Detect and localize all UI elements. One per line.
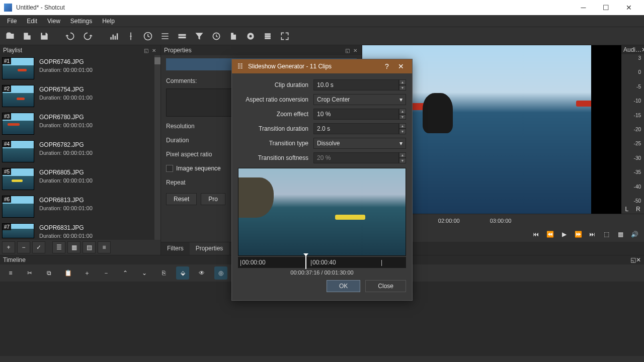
volume-icon[interactable]: 🔊 xyxy=(629,229,640,240)
keyframes-icon[interactable] xyxy=(210,30,222,42)
timeline-menu-icon[interactable]: ≡ xyxy=(4,266,17,280)
menu-view[interactable]: View xyxy=(42,16,65,26)
properties-undock-icon[interactable]: ◱ xyxy=(344,47,351,54)
playlist-item[interactable]: #4 GOPR6782.JPGDuration: 00:00:01:00 xyxy=(0,138,160,166)
dialog-preview[interactable] xyxy=(238,168,406,256)
transition-duration-label: Transition duration xyxy=(238,125,313,132)
playlist-view-icons-icon[interactable]: ▤ xyxy=(83,241,96,253)
playlist-item[interactable]: #5 GOPR6805.JPGDuration: 00:00:01:00 xyxy=(0,166,160,194)
meter-close-icon[interactable]: ✕ xyxy=(641,46,644,53)
fast-forward-icon[interactable]: ⏩ xyxy=(573,229,584,240)
skip-start-icon[interactable]: ⏮ xyxy=(530,229,541,240)
maximize-button[interactable]: ☐ xyxy=(595,0,617,15)
dialog-titlebar[interactable]: ☷ Slideshow Generator - 11 Clips ? ✕ xyxy=(232,59,412,73)
playlist-item[interactable]: #2 GOPR6754.JPGDuration: 00:00:01:00 xyxy=(0,83,160,111)
playlist-update-button[interactable]: ✓ xyxy=(32,241,45,253)
ok-button[interactable]: OK xyxy=(327,280,360,292)
playlist-item-name: GOPR6780.JPG xyxy=(39,114,93,121)
filters-icon[interactable] xyxy=(193,30,205,42)
playlist-view-tiles-icon[interactable]: ▦ xyxy=(67,241,80,253)
transition-softness-field[interactable] xyxy=(313,152,399,163)
playlist-remove-button[interactable]: − xyxy=(17,241,30,253)
properties-close-icon[interactable]: ✕ xyxy=(352,47,359,54)
playlist-view-details-icon[interactable]: ☰ xyxy=(52,241,65,253)
scrollbar-thumb[interactable] xyxy=(154,57,160,64)
playlist-icon[interactable] xyxy=(159,30,171,42)
reset-button[interactable]: Reset xyxy=(166,193,197,205)
peak-meter-icon[interactable] xyxy=(108,30,120,42)
playlist-item[interactable]: #6 GOPR6813.JPGDuration: 00:00:01:00 xyxy=(0,194,160,221)
paste-icon[interactable]: 📋 xyxy=(61,266,74,280)
save-icon[interactable] xyxy=(38,30,50,42)
dialog-timeline[interactable]: | 00:00:00 | 00:00:40 | xyxy=(238,257,406,268)
playlist-title: Playlist xyxy=(3,47,22,54)
playlist-list[interactable]: #1 GOPR6746.JPGDuration: 00:00:01:00 #2 … xyxy=(0,55,160,240)
playlist-undock-icon[interactable]: ◱ xyxy=(142,47,149,54)
properties-icon[interactable] xyxy=(125,30,137,42)
playlist-scrollbar[interactable] xyxy=(154,55,160,240)
cut-icon[interactable]: ✂ xyxy=(23,266,36,280)
minimize-button[interactable]: ─ xyxy=(572,0,595,15)
close-dialog-button[interactable]: Close xyxy=(365,280,406,292)
fullscreen-icon[interactable] xyxy=(279,30,291,42)
open-file-icon[interactable] xyxy=(4,30,16,42)
spinner[interactable]: ▲▼ xyxy=(399,152,406,163)
menu-edit[interactable]: Edit xyxy=(22,16,42,26)
dialog-playhead[interactable] xyxy=(305,255,306,269)
copy-icon[interactable]: ⧉ xyxy=(42,266,55,280)
overwrite-icon[interactable]: ⌄ xyxy=(138,266,151,280)
zoom-fit-icon[interactable]: ⬚ xyxy=(601,229,612,240)
ripple-icon[interactable]: ◎ xyxy=(214,266,227,280)
menu-help[interactable]: Help xyxy=(97,16,120,26)
playlist-item[interactable]: #1 GOPR6746.JPGDuration: 00:00:01:00 xyxy=(0,55,160,83)
playlist-item[interactable]: #3 GOPR6780.JPGDuration: 00:00:01:00 xyxy=(0,111,160,138)
playlist-menu-icon[interactable]: ≡ xyxy=(98,241,111,253)
timeline-undock-icon[interactable]: ◱ xyxy=(630,256,636,263)
playlist-item[interactable]: #7 GOPR6831.JPGDuration: 00:00:01:00 xyxy=(0,221,160,240)
tab-properties[interactable]: Properties xyxy=(190,242,229,255)
spinner[interactable]: ▲▼ xyxy=(399,123,406,134)
aspect-select[interactable]: Crop Center▾ xyxy=(313,94,406,105)
menu-settings[interactable]: Settings xyxy=(65,16,97,26)
export-icon[interactable] xyxy=(245,30,257,42)
grid-icon[interactable]: ▦ xyxy=(615,229,626,240)
dialog-title: Slideshow Generator - 11 Clips xyxy=(248,63,380,70)
playlist-add-button[interactable]: + xyxy=(2,241,15,253)
open-other-icon[interactable] xyxy=(21,30,33,42)
skip-end-icon[interactable]: ⏭ xyxy=(587,229,598,240)
playlist-close-icon[interactable]: ✕ xyxy=(150,47,157,54)
dialog-help-button[interactable]: ? xyxy=(380,59,394,73)
spinner[interactable]: ▲▼ xyxy=(399,109,406,120)
tab-filters[interactable]: Filters xyxy=(161,242,190,255)
play-icon[interactable]: ▶ xyxy=(558,229,570,240)
undo-icon[interactable] xyxy=(64,30,76,42)
snap-icon[interactable]: ⬙ xyxy=(176,266,189,280)
zoom-field[interactable] xyxy=(313,109,399,120)
playlist-thumb: #4 xyxy=(2,140,34,162)
dialog-close-button[interactable]: ✕ xyxy=(394,59,408,73)
scrub-icon[interactable]: 👁 xyxy=(195,266,208,280)
preset-button[interactable]: Pro xyxy=(201,193,225,205)
close-button[interactable]: ✕ xyxy=(617,0,640,15)
history-icon[interactable] xyxy=(227,30,239,42)
transition-type-select[interactable]: Dissolve▾ xyxy=(313,138,406,149)
playlist-item-duration: Duration: 00:00:01:00 xyxy=(39,67,93,73)
properties-header: Properties ◱ ✕ xyxy=(161,45,362,55)
lift-icon[interactable]: ⌃ xyxy=(119,266,132,280)
timeline-icon[interactable] xyxy=(176,30,188,42)
menubar: File Edit View Settings Help xyxy=(0,15,644,27)
menu-file[interactable]: File xyxy=(2,16,22,26)
spinner[interactable]: ▲▼ xyxy=(399,79,406,90)
jobs-icon[interactable] xyxy=(262,30,274,42)
recent-icon[interactable] xyxy=(142,30,154,42)
transition-type-label: Transition type xyxy=(238,140,313,147)
remove-icon[interactable]: － xyxy=(100,266,113,280)
transition-duration-field[interactable] xyxy=(313,123,399,134)
append-icon[interactable]: ＋ xyxy=(80,266,94,280)
imgseq-checkbox[interactable] xyxy=(166,165,173,172)
redo-icon[interactable] xyxy=(82,30,94,42)
clip-duration-field[interactable] xyxy=(313,79,399,90)
rewind-icon[interactable]: ⏪ xyxy=(544,229,555,240)
timeline-close-icon[interactable]: ✕ xyxy=(636,256,641,263)
split-icon[interactable]: ⎘ xyxy=(157,266,170,280)
